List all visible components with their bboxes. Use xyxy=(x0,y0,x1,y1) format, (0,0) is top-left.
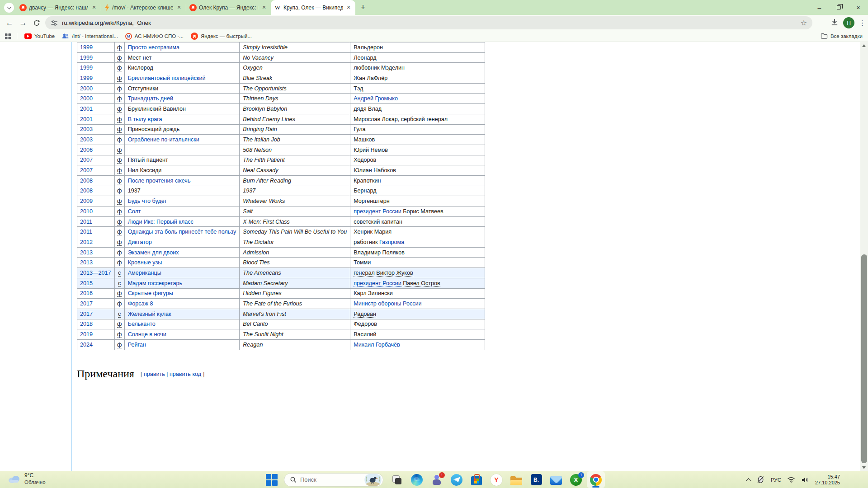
year-link[interactable]: 2006 xyxy=(80,147,93,153)
wifi-icon[interactable] xyxy=(787,476,795,483)
taskbar-app-teams[interactable]: ! xyxy=(428,471,446,488)
download-button[interactable] xyxy=(830,18,839,28)
year-link[interactable]: 2013 xyxy=(80,249,93,256)
tab-search-button[interactable] xyxy=(4,3,14,13)
year-link[interactable]: 2016 xyxy=(80,290,93,296)
mark-abbr[interactable]: ф xyxy=(117,208,122,215)
page-scrollbar[interactable] xyxy=(860,42,868,471)
browser-tab[interactable]: /mov/ - Актерское клише× xyxy=(101,0,186,15)
year-link[interactable]: 1999 xyxy=(80,65,93,71)
scrollbar-thumb[interactable] xyxy=(861,254,867,463)
mark-abbr[interactable]: с xyxy=(118,311,121,318)
back-button[interactable]: ← xyxy=(3,16,16,29)
year-link[interactable]: 2009 xyxy=(80,198,93,204)
title-ru-link[interactable]: После прочтения сжечь xyxy=(128,178,191,184)
taskbar-app-booking[interactable] xyxy=(527,471,545,488)
year-link[interactable]: 2011 xyxy=(80,229,92,235)
year-link[interactable]: 2010 xyxy=(80,208,93,215)
site-info-icon[interactable] xyxy=(51,19,58,27)
mark-abbr[interactable]: ф xyxy=(117,136,122,143)
tab-close-icon[interactable]: × xyxy=(260,4,268,11)
year-link[interactable]: 2007 xyxy=(80,167,93,174)
title-ru-link[interactable]: Диктатор xyxy=(128,239,152,245)
mark-abbr[interactable]: ф xyxy=(117,290,122,297)
title-ru-link[interactable]: Форсаж 8 xyxy=(128,300,153,307)
year-link[interactable]: 2013—2017 xyxy=(80,270,111,276)
taskbar-app-task-view[interactable] xyxy=(388,471,406,488)
title-ru-link[interactable]: Бриллиантовый полицейский xyxy=(128,75,206,81)
mark-abbr[interactable]: ф xyxy=(117,249,122,256)
bookmark-star-icon[interactable]: ☆ xyxy=(801,19,807,27)
role-link[interactable]: президент России xyxy=(354,208,401,215)
title-ru-link[interactable]: Солнце в ночи xyxy=(128,331,166,338)
mark-abbr[interactable]: ф xyxy=(117,147,122,154)
title-ru-link[interactable]: Американцы xyxy=(128,270,161,276)
mark-abbr[interactable]: ф xyxy=(117,259,122,266)
year-link[interactable]: 2001 xyxy=(80,116,93,122)
search-highlight-bird-image[interactable] xyxy=(364,474,382,486)
mark-abbr[interactable]: ф xyxy=(117,239,122,246)
year-link[interactable]: 2024 xyxy=(80,342,93,348)
mark-abbr[interactable]: ф xyxy=(117,167,122,174)
language-indicator[interactable]: РУС xyxy=(771,477,781,483)
mark-abbr[interactable]: ф xyxy=(117,198,122,205)
mark-abbr[interactable]: ф xyxy=(117,188,122,194)
mark-abbr[interactable]: ф xyxy=(117,55,122,61)
title-ru-link[interactable]: Мадам госсекретарь xyxy=(128,280,182,286)
mark-abbr[interactable]: ф xyxy=(117,116,122,123)
mark-abbr[interactable]: ф xyxy=(117,229,122,235)
mark-abbr[interactable]: ф xyxy=(117,157,122,164)
mark-abbr[interactable]: ф xyxy=(117,178,122,184)
new-tab-button[interactable]: + xyxy=(357,1,369,13)
taskbar-app-store[interactable] xyxy=(467,471,486,488)
title-ru-link[interactable]: Скрытые фигуры xyxy=(128,290,173,296)
title-ru-link[interactable]: Бельканто xyxy=(128,321,156,327)
edit-link[interactable]: править xyxy=(144,371,165,377)
year-link[interactable]: 2017 xyxy=(80,311,93,317)
mark-abbr[interactable]: ф xyxy=(117,300,122,307)
role-link[interactable]: Газпрома xyxy=(379,239,404,245)
restore-button[interactable] xyxy=(829,0,849,15)
all-bookmarks-button[interactable]: Все закладки xyxy=(821,31,863,42)
year-link[interactable]: 2019 xyxy=(80,331,93,338)
title-ru-link[interactable]: Будь что будет xyxy=(128,198,167,204)
tab-close-icon[interactable]: × xyxy=(175,4,183,11)
taskbar-app-yandex-browser[interactable] xyxy=(487,471,505,488)
mark-abbr[interactable]: ф xyxy=(117,95,122,102)
weather-widget[interactable]: 9°C Облачно xyxy=(7,472,46,485)
year-link[interactable]: 2003 xyxy=(80,136,93,143)
title-ru-link[interactable]: Тринадцать дней xyxy=(128,95,173,102)
taskbar-app-telegram[interactable] xyxy=(448,471,466,488)
year-link[interactable]: 2012 xyxy=(80,239,93,245)
year-link[interactable]: 2003 xyxy=(80,126,93,132)
close-button[interactable]: × xyxy=(849,0,868,15)
search-input[interactable] xyxy=(300,476,359,483)
year-link[interactable]: 2018 xyxy=(80,321,93,327)
mark-abbr[interactable]: с xyxy=(118,280,121,287)
apps-shortcut[interactable] xyxy=(5,33,11,40)
bookmark-item[interactable]: АС НМИФО СПО -... xyxy=(125,33,184,40)
browser-tab-active[interactable]: Крупа, Олек — Википедия× xyxy=(271,0,355,15)
mark-abbr[interactable]: ф xyxy=(117,75,122,82)
taskbar-app-edge[interactable] xyxy=(408,471,426,488)
year-link[interactable]: 1999 xyxy=(80,75,93,81)
year-link[interactable]: 2001 xyxy=(80,106,93,112)
url-text[interactable]: ru.wikipedia.org/wiki/Крупа,_Олек xyxy=(62,19,801,26)
title-ru-link[interactable]: Однажды эта боль принесёт тебе пользу xyxy=(128,229,236,235)
reload-button[interactable] xyxy=(30,16,43,29)
taskbar-app-mail[interactable] xyxy=(547,471,565,488)
year-link[interactable]: 2000 xyxy=(80,85,93,92)
role-link[interactable]: Министр обороны России xyxy=(354,300,421,307)
role-link[interactable]: Михаил Горбачёв xyxy=(354,342,400,348)
profile-avatar[interactable]: П xyxy=(843,17,854,28)
title-ru-link[interactable]: Железный кулак xyxy=(128,311,171,317)
taskbar-app-xbox[interactable]: 1 xyxy=(567,471,585,488)
year-link[interactable]: 1999 xyxy=(80,44,93,51)
address-bar[interactable]: ru.wikipedia.org/wiki/Крупа,_Олек ☆ xyxy=(45,16,812,29)
role-link[interactable]: президент России xyxy=(354,280,401,287)
forward-button[interactable]: → xyxy=(16,16,30,29)
role-link[interactable]: Андрей Громыко xyxy=(354,95,398,102)
year-link[interactable]: 2000 xyxy=(80,95,93,102)
year-link[interactable]: 2008 xyxy=(80,178,93,184)
mark-abbr[interactable]: с xyxy=(118,270,121,277)
